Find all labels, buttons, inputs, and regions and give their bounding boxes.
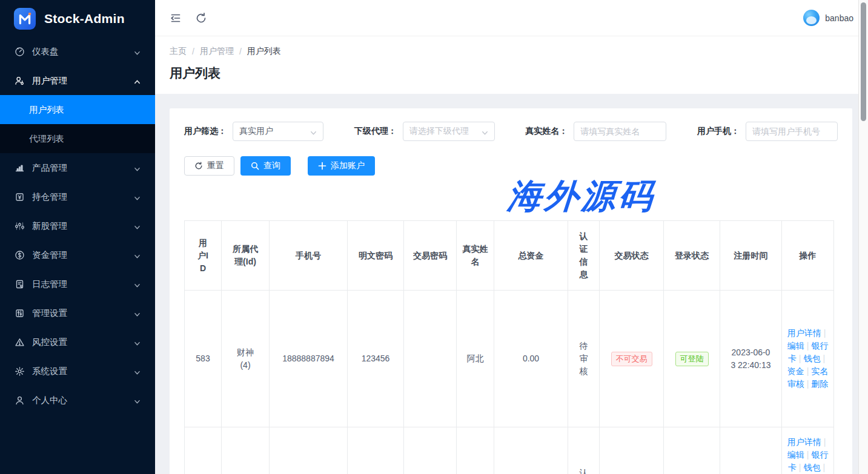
cell-total-funds: 0.00 bbox=[494, 291, 568, 427]
sidebar-item-label: 用户管理 bbox=[32, 75, 134, 87]
action-link-0[interactable]: 用户详情 bbox=[787, 437, 821, 447]
column-header: 认证信息 bbox=[568, 221, 600, 291]
table-body: 583财神(4)18888887894123456阿北0.00待审核不可交易可登… bbox=[185, 291, 834, 474]
main-area: banbao 主页 / 用户管理 / 用户列表 用户列表 用户筛选： bbox=[155, 0, 868, 474]
sidebar-item-0[interactable]: 仪表盘 bbox=[0, 37, 155, 66]
sidebar-item-label: 日志管理 bbox=[32, 278, 134, 290]
action-separator: | bbox=[824, 437, 826, 447]
user-type-select-value: 真实用户 bbox=[239, 126, 305, 137]
action-link-6[interactable]: 删除 bbox=[811, 379, 828, 389]
positions-icon bbox=[15, 192, 25, 202]
chevron-down-icon bbox=[310, 128, 317, 135]
cell-trade-status bbox=[600, 427, 664, 474]
watermark-text: 海外源码 bbox=[506, 174, 657, 220]
reset-button[interactable]: 重置 bbox=[184, 156, 234, 176]
logo-row: Stock-Admin bbox=[0, 0, 155, 37]
column-header: 用户ID bbox=[185, 221, 222, 291]
phone-input[interactable] bbox=[746, 122, 838, 141]
sidebar-item-9[interactable]: 系统设置 bbox=[0, 357, 155, 386]
sidebar-item-label: 资金管理 bbox=[32, 249, 134, 261]
sidebar-item-2[interactable]: 产品管理 bbox=[0, 153, 155, 182]
user-menu[interactable]: banbao bbox=[803, 10, 853, 26]
sidebar-item-label: 风控设置 bbox=[32, 337, 134, 348]
logs-icon bbox=[15, 279, 25, 289]
chevron-down-icon bbox=[134, 368, 141, 375]
action-separator: | bbox=[807, 341, 809, 351]
app-logo-icon bbox=[13, 7, 36, 30]
table-row: 认用户详情|编辑|银行卡|钱包|资金|实名审核|删除 bbox=[185, 427, 834, 474]
sidebar-item-3[interactable]: 持仓管理 bbox=[0, 182, 155, 211]
action-link-3[interactable]: 钱包 bbox=[804, 462, 821, 472]
action-link-3[interactable]: 钱包 bbox=[804, 354, 821, 363]
column-header: 交易状态 bbox=[600, 221, 664, 291]
filter-user-type-label: 用户筛选： bbox=[184, 126, 227, 137]
action-link-4[interactable]: 资金 bbox=[787, 366, 804, 376]
plus-icon bbox=[318, 162, 326, 170]
reset-icon bbox=[194, 162, 203, 170]
sidebar-menu: 仪表盘用户管理用户列表代理列表产品管理持仓管理新股管理资金管理日志管理管理设置风… bbox=[0, 37, 155, 474]
action-link-1[interactable]: 编辑 bbox=[787, 450, 804, 459]
table-header-row: 用户ID所属代理(Id)手机号明文密码交易密码真实姓名总资金认证信息交易状态登录… bbox=[185, 221, 834, 291]
filter-phone: 用户手机： bbox=[697, 122, 838, 141]
breadcrumb-user-management[interactable]: 用户管理 bbox=[200, 46, 234, 57]
products-icon bbox=[15, 163, 25, 173]
filter-row: 用户筛选： 真实用户 下级代理： 请选择下级代理 bbox=[184, 122, 838, 141]
add-account-button[interactable]: 添加账户 bbox=[308, 156, 375, 176]
chevron-up-icon bbox=[134, 77, 141, 84]
filter-agent: 下级代理： 请选择下级代理 bbox=[354, 122, 495, 141]
cell-login-status bbox=[664, 427, 720, 474]
sidebar-submenu: 用户列表代理列表 bbox=[0, 95, 155, 153]
chevron-down-icon bbox=[134, 48, 141, 55]
action-separator: | bbox=[807, 379, 809, 389]
sidebar-item-label: 持仓管理 bbox=[32, 191, 134, 203]
cell-trade-password bbox=[404, 427, 457, 474]
title-block: 主页 / 用户管理 / 用户列表 用户列表 bbox=[155, 36, 868, 94]
sidebar-item-6[interactable]: 日志管理 bbox=[0, 269, 155, 298]
action-link-1[interactable]: 编辑 bbox=[787, 341, 804, 351]
cell-agent: 财神(4) bbox=[222, 291, 270, 427]
sidebar-subitem-0[interactable]: 用户列表 bbox=[0, 95, 155, 124]
real-name-input[interactable] bbox=[574, 122, 666, 141]
sidebar-item-4[interactable]: 新股管理 bbox=[0, 211, 155, 240]
cell-phone bbox=[270, 427, 348, 474]
main-card: 用户筛选： 真实用户 下级代理： 请选择下级代理 bbox=[170, 108, 852, 474]
search-button[interactable]: 查询 bbox=[240, 156, 291, 176]
filter-user-type: 用户筛选： 真实用户 bbox=[184, 122, 323, 141]
cell-actions: 用户详情|编辑|银行卡|钱包|资金|实名审核|删除 bbox=[782, 291, 834, 427]
sidebar-subitem-1[interactable]: 代理列表 bbox=[0, 124, 155, 153]
username: banbao bbox=[825, 13, 853, 23]
cell-cert-info: 待审核 bbox=[568, 291, 600, 427]
agent-select-placeholder: 请选择下级代理 bbox=[409, 126, 477, 137]
sidebar: Stock-Admin 仪表盘用户管理用户列表代理列表产品管理持仓管理新股管理资… bbox=[0, 0, 155, 474]
sidebar-item-label: 仪表盘 bbox=[32, 46, 134, 58]
cell-actions: 用户详情|编辑|银行卡|钱包|资金|实名审核|删除 bbox=[782, 427, 834, 474]
breadcrumb-home[interactable]: 主页 bbox=[170, 46, 187, 57]
sidebar-collapse-icon[interactable] bbox=[170, 12, 182, 24]
breadcrumb: 主页 / 用户管理 / 用户列表 bbox=[170, 46, 853, 57]
page-scrollbar-thumb[interactable] bbox=[861, 2, 866, 121]
cell-user-id: 583 bbox=[185, 291, 222, 427]
column-header: 手机号 bbox=[270, 221, 348, 291]
app-title: Stock-Admin bbox=[44, 12, 125, 26]
trade-status-badge: 不可交易 bbox=[611, 352, 652, 366]
agent-select[interactable]: 请选择下级代理 bbox=[403, 122, 495, 141]
profile-icon bbox=[15, 395, 25, 406]
topbar: banbao bbox=[155, 0, 868, 36]
page-title: 用户列表 bbox=[170, 65, 853, 82]
sidebar-item-8[interactable]: 风控设置 bbox=[0, 328, 155, 357]
cell-register-time: 2023-06-03 22:40:13 bbox=[720, 291, 782, 427]
user-type-select[interactable]: 真实用户 bbox=[233, 122, 323, 141]
sidebar-item-5[interactable]: 资金管理 bbox=[0, 240, 155, 269]
admin-settings-icon bbox=[15, 308, 25, 318]
app-layout: Stock-Admin 仪表盘用户管理用户列表代理列表产品管理持仓管理新股管理资… bbox=[0, 0, 868, 474]
action-link-0[interactable]: 用户详情 bbox=[787, 328, 821, 338]
ipo-icon bbox=[15, 221, 25, 231]
refresh-icon[interactable] bbox=[195, 12, 207, 24]
chevron-down-icon bbox=[134, 310, 141, 317]
sidebar-item-10[interactable]: 个人中心 bbox=[0, 386, 155, 415]
sidebar-item-7[interactable]: 管理设置 bbox=[0, 298, 155, 328]
sidebar-item-1[interactable]: 用户管理 bbox=[0, 66, 155, 95]
action-separator: | bbox=[824, 328, 826, 338]
cell-login-status: 可登陆 bbox=[664, 291, 720, 427]
filter-real-name: 真实姓名： bbox=[525, 122, 666, 141]
